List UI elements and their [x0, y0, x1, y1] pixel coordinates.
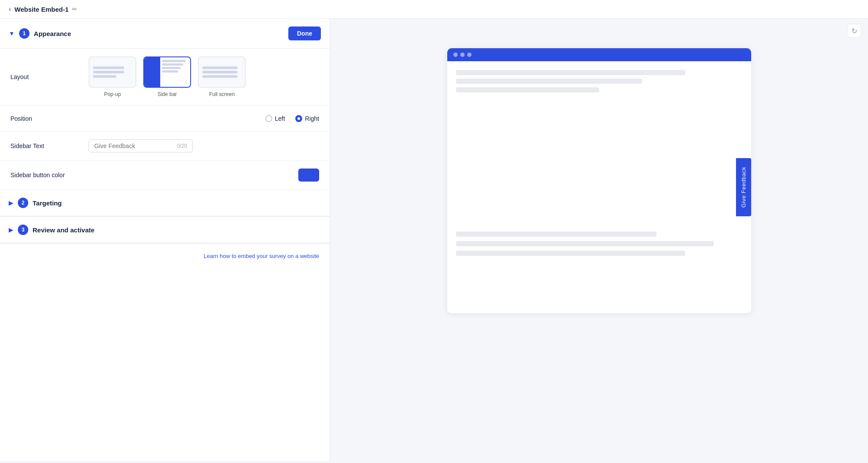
sidebar-text-input-container: 0/20 — [89, 139, 319, 152]
position-right-option[interactable]: Right — [295, 115, 319, 122]
review-section-header[interactable]: ▶ 3 Review and activate — [0, 217, 330, 243]
right-radio-label: Right — [305, 115, 319, 122]
top-nav: ‹ Website Embed-1 ✏ — [0, 0, 868, 19]
skel-b-3 — [456, 251, 685, 256]
sidebar-color-content — [89, 169, 319, 182]
s-line-3 — [162, 67, 181, 69]
skel-2 — [456, 79, 642, 84]
refresh-button[interactable]: ↻ — [847, 24, 861, 38]
review-title: Review and activate — [33, 226, 95, 234]
section-header-left: ▼ 1 Appearance — [9, 28, 71, 39]
targeting-title: Targeting — [33, 199, 62, 207]
popup-label: Pop-up — [104, 91, 121, 97]
review-header-left: ▶ 3 Review and activate — [9, 225, 95, 235]
appearance-title: Appearance — [34, 30, 71, 37]
sidebar-feedback-button[interactable]: Give Feedback — [736, 158, 751, 216]
page-title: Website Embed-1 — [14, 6, 69, 13]
left-radio[interactable] — [265, 115, 272, 122]
popup-line-3 — [93, 75, 116, 78]
right-panel: ↻ — [330, 19, 868, 461]
position-label: Position — [10, 115, 89, 122]
layout-row: Layout Pop-up — [0, 49, 330, 106]
popup-preview — [89, 63, 135, 81]
sidebar-main-preview — [160, 57, 190, 87]
appearance-section-header[interactable]: ▼ 1 Appearance Done — [0, 19, 330, 49]
browser-dot-3 — [467, 53, 472, 57]
color-swatch[interactable] — [298, 169, 319, 182]
main-container: ▼ 1 Appearance Done Layout — [0, 19, 868, 461]
skel-1 — [456, 70, 685, 75]
skel-3 — [456, 87, 599, 93]
skel-b-1 — [456, 232, 657, 237]
position-options-container: Left Right — [89, 115, 319, 122]
layout-label: Layout — [10, 73, 89, 80]
layout-options: Pop-up — [89, 56, 246, 97]
chevron-right-icon-targeting: ▶ — [9, 199, 13, 206]
browser-content: Give Feedback — [447, 61, 751, 313]
sidebar-text-row: Sidebar Text 0/20 — [0, 132, 330, 161]
layout-option-fullscreen[interactable]: Full screen — [198, 56, 246, 97]
popup-line-1 — [93, 66, 124, 69]
layout-option-sidebar[interactable]: Side bar — [143, 56, 191, 97]
fs-line-2 — [202, 71, 238, 73]
sidebar-label: Side bar — [158, 91, 177, 97]
popup-card[interactable] — [89, 56, 136, 88]
layout-option-popup[interactable]: Pop-up — [89, 56, 136, 97]
browser-dot-1 — [453, 53, 458, 57]
step-1-badge: 1 — [19, 28, 30, 39]
sidebar-text-field-wrapper: 0/20 — [89, 139, 193, 152]
fs-line-1 — [202, 66, 238, 69]
position-left-option[interactable]: Left — [265, 115, 285, 122]
s-line-2 — [162, 63, 183, 66]
sidebar-panel-preview — [144, 57, 160, 87]
fullscreen-label: Full screen — [209, 91, 235, 97]
learn-link[interactable]: Learn how to embed your survey on a webs… — [204, 253, 319, 259]
sidebar-color-row: Sidebar button color — [0, 161, 330, 190]
popup-line-2 — [93, 71, 124, 73]
fs-line-3 — [202, 75, 238, 78]
refresh-icon: ↻ — [851, 27, 857, 35]
targeting-section-header[interactable]: ▶ 2 Targeting — [0, 190, 330, 216]
done-button[interactable]: Done — [288, 26, 321, 40]
left-panel: ▼ 1 Appearance Done Layout — [0, 19, 330, 461]
layout-options-container: Pop-up — [89, 56, 319, 97]
sidebar-text-label: Sidebar Text — [10, 142, 89, 149]
step-3-badge: 3 — [18, 225, 28, 235]
back-button[interactable]: ‹ — [9, 5, 11, 13]
browser-bar — [447, 48, 751, 61]
sidebar-color-label: Sidebar button color — [10, 172, 89, 179]
learn-link-row: Learn how to embed your survey on a webs… — [0, 244, 330, 268]
fullscreen-card[interactable] — [198, 56, 246, 88]
left-radio-label: Left — [275, 115, 285, 122]
browser-dot-2 — [460, 53, 465, 57]
sidebar-preview — [144, 57, 190, 87]
skeleton-top — [456, 70, 743, 93]
browser-mockup: Give Feedback — [447, 48, 751, 313]
skel-b-2 — [456, 241, 714, 246]
right-radio[interactable] — [295, 115, 302, 122]
sidebar-card[interactable] — [143, 56, 191, 88]
position-row: Position Left Right — [0, 106, 330, 132]
skeleton-bottom — [456, 232, 743, 256]
targeting-section: ▶ 2 Targeting — [0, 190, 330, 217]
chevron-down-icon: ▼ — [9, 30, 15, 37]
appearance-content: Layout Pop-up — [0, 49, 330, 190]
targeting-header-left: ▶ 2 Targeting — [9, 198, 62, 208]
review-section: ▶ 3 Review and activate — [0, 217, 330, 244]
edit-icon[interactable]: ✏ — [72, 6, 77, 13]
position-options: Left Right — [265, 115, 319, 122]
chevron-right-icon-review: ▶ — [9, 226, 13, 233]
step-2-badge: 2 — [18, 198, 28, 208]
s-line-1 — [162, 60, 186, 62]
sidebar-text-input[interactable] — [94, 142, 174, 149]
fullscreen-preview — [199, 63, 245, 81]
char-count: 0/20 — [177, 143, 187, 149]
s-line-4 — [162, 70, 178, 73]
